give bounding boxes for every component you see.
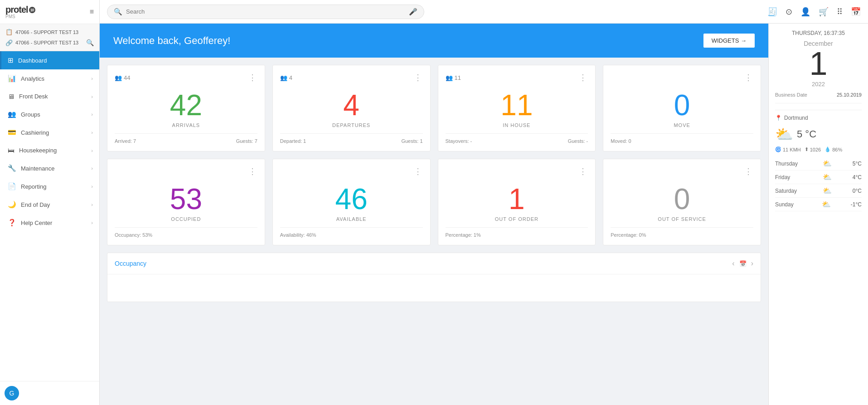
cart-icon[interactable]: 🛒 [819,7,829,17]
departures-label: DEPARTURES [280,122,423,128]
widgets-button[interactable]: WIDGETS → [703,34,755,48]
search-bar[interactable]: 🔍 🎤 [107,5,424,19]
sidebar-item-front-desk[interactable]: 🖥 Front Desk › [0,88,99,105]
datetime-display: THURSDAY, 16:37:35 December 1 2022 Busin… [775,30,862,103]
account-search-icon[interactable]: 🔍 [86,39,94,46]
hamburger-icon[interactable]: ≡ [90,8,94,16]
sidebar-header: protel 10 PMS ≡ [0,0,99,24]
day-time: THURSDAY, 16:37:35 [775,30,862,36]
logo-badge: 10 [29,7,35,13]
chevron-help-center: › [91,220,93,225]
reporting-icon: 📄 [8,182,16,190]
occupancy-next-btn[interactable]: › [751,259,753,268]
sidebar-item-maintenance[interactable]: 🔧 Maintenance › [0,159,99,177]
chevron-front-desk: › [91,94,93,99]
grid-icon[interactable]: ⠿ [837,7,843,17]
sidebar-footer: G [0,381,99,405]
available-label: AVAILABLE [280,216,423,222]
in-house-menu[interactable]: ⋮ [579,73,588,83]
sidebar-item-analytics[interactable]: 📊 Analytics › [0,69,99,88]
departures-footer: Departed: 1 Guests: 1 [280,133,423,144]
forecast-row-0: Thursday ⛅ 5°C [775,157,862,171]
business-date-row: Business Date 25.10.2019 [775,92,862,98]
forecast-row-3: Sunday ⛅ -1°C [775,198,862,211]
in-house-number: 11 [446,86,588,122]
forecast-day-0: Thursday [775,161,802,167]
forecast-row-2: Saturday ⛅ 0°C [775,184,862,198]
arrivals-footer-left: Arrived: 7 [115,138,136,144]
person-icon[interactable]: 👤 [800,7,810,17]
sidebar-item-housekeeping[interactable]: 🛏 Housekeeping › [0,142,99,159]
sidebar-label-dashboard: Dashboard [18,57,47,64]
occupied-number: 53 [115,180,257,216]
humidity-value: 86% [832,147,842,152]
in-house-footer-left: Stayovers: - [446,138,472,144]
account-icon-1: 📋 [5,29,13,35]
sidebar-item-reporting[interactable]: 📄 Reporting › [0,177,99,195]
chevron-housekeeping: › [91,148,93,153]
wind-stat: 🌀 11 KMH [775,146,801,152]
arrivals-menu[interactable]: ⋮ [248,73,257,83]
chevron-cashiering: › [91,130,93,135]
circle-icon[interactable]: ⊙ [786,7,792,17]
temperature: 5 °C [797,128,816,140]
logo-text: protel [5,5,28,15]
oos-menu[interactable]: ⋮ [744,166,753,176]
card-available: ⋮ 46 AVAILABLE Availability: 46% [272,159,431,245]
sidebar-item-groups[interactable]: 👥 Groups › [0,105,99,123]
oos-footer: Percentage: 0% [611,227,753,238]
user-avatar[interactable]: G [5,386,19,400]
in-house-people-count: 11 [455,74,461,81]
sidebar-item-help-center[interactable]: ❓ Help Center › [0,214,99,232]
account-item-1[interactable]: 📋 47066 - SUPPORT TEST 13 [5,27,95,37]
forecast-temp-2: 0°C [853,188,862,194]
forecast-temp-0: 5°C [853,161,862,167]
ooo-menu[interactable]: ⋮ [579,166,588,176]
arrivals-number: 42 [115,86,257,122]
search-input[interactable] [126,8,405,15]
in-house-label: IN HOUSE [446,122,588,128]
card-departures: 👥 4 ⋮ 4 DEPARTURES Departed: 1 Guests: 1 [272,65,431,151]
arrivals-label: ARRIVALS [115,122,257,128]
sidebar-item-end-of-day[interactable]: 🌙 End of Day › [0,195,99,214]
occupancy-prev-btn[interactable]: ‹ [732,259,734,268]
available-menu[interactable]: ⋮ [414,166,423,176]
sidebar-label-help-center: Help Center [21,220,52,226]
mic-icon[interactable]: 🎤 [409,8,417,16]
pms-label: PMS [5,14,35,19]
available-footer: Availability: 46% [280,227,423,238]
sidebar-label-cashiering: Cashiering [21,129,49,136]
city-label: Dortmund [784,115,808,121]
move-menu[interactable]: ⋮ [744,73,753,83]
dashboard-icon: ⊞ [8,56,14,64]
groups-icon: 👥 [8,110,16,118]
location-icon: 📍 [775,115,782,121]
sidebar-label-maintenance: Maintenance [21,165,54,172]
move-number: 0 [611,86,753,122]
ooo-number: 1 [446,180,588,216]
wind-icon: 🌀 [775,146,781,152]
sidebar-item-dashboard[interactable]: ⊞ Dashboard [0,51,99,69]
forecast-temp-3: -1°C [851,201,862,208]
card-in-house: 👥 11 ⋮ 11 IN HOUSE Stayovers: - Guests: … [438,65,596,151]
search-icon: 🔍 [114,8,122,16]
sidebar-label-end-of-day: End of Day [21,201,50,208]
move-footer-left: Moved: 0 [611,138,631,144]
sidebar-item-cashiering[interactable]: 💳 Cashiering › [0,123,99,142]
departures-menu[interactable]: ⋮ [414,73,423,83]
occupied-menu[interactable]: ⋮ [248,166,257,176]
forecast-row-1: Friday ⛅ 4°C [775,171,862,184]
forecast-day-3: Sunday [775,201,802,208]
calendar-icon[interactable]: 📅 [851,7,861,17]
arrivals-people-icon: 👥 44 [115,74,130,81]
sidebar-label-front-desk: Front Desk [19,93,48,100]
account-item-2[interactable]: 🔗 47066 - SUPPORT TEST 13 🔍 [5,37,95,48]
account-label-1: 47066 - SUPPORT TEST 13 [15,29,78,35]
year-label: 2022 [775,81,862,88]
sidebar-label-reporting: Reporting [21,183,46,190]
arrivals-people-count: 44 [124,74,130,81]
occupancy-calendar-icon[interactable]: 📅 [739,260,747,267]
receipt-icon[interactable]: 🧾 [767,7,777,17]
right-panel: THURSDAY, 16:37:35 December 1 2022 Busin… [768,24,868,405]
pressure-value: 1026 [810,147,821,152]
